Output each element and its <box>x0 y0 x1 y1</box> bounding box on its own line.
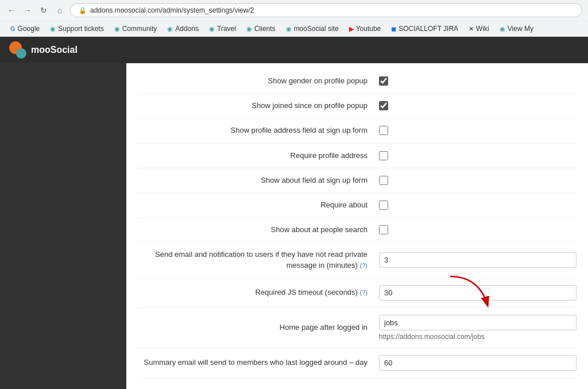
form-row-show-about-search: Show about at people search <box>138 218 577 242</box>
address-text: addons.moosocial.com/admin/system_settin… <box>90 6 254 14</box>
label-require-about: Require about <box>138 200 379 210</box>
bookmark-moosocial-site[interactable]: ◉ mooSocial site <box>281 24 343 34</box>
app-title: mooSocial <box>31 45 78 55</box>
checkbox-require-address[interactable] <box>379 151 388 160</box>
label-send-email: Send email and notification to users if … <box>138 249 379 270</box>
bookmark-label: View My <box>508 25 533 33</box>
help-link-send-email[interactable]: (?) <box>360 262 368 269</box>
help-link-js-timeout[interactable]: (?) <box>360 289 368 296</box>
control-summary-email <box>379 355 577 371</box>
control-require-address <box>379 151 577 160</box>
bookmark-clients[interactable]: ◉ Clients <box>242 24 280 34</box>
label-show-gender: Show gender on profile popup <box>138 76 379 86</box>
bookmark-label: SOCIALLOFT JIRA <box>399 25 458 33</box>
label-home-page: Home page after logged in <box>138 322 379 333</box>
bookmark-addons[interactable]: ◉ Addons <box>163 24 203 34</box>
logo-icon <box>9 41 26 59</box>
home-page-hint: https://addons.moosocial.com/jobs <box>379 333 577 341</box>
label-js-timeout: Required JS timeout (seconds) (?) <box>138 287 379 298</box>
home-button[interactable]: ⌂ <box>54 5 65 16</box>
moosocial-site-icon: ◉ <box>286 25 292 33</box>
control-home-page: https://addons.moosocial.com/jobs <box>379 315 577 341</box>
bookmark-label: Wiki <box>476 25 489 33</box>
label-show-about-signup: Show about field at sign up form <box>138 175 379 186</box>
bookmark-google[interactable]: G Google <box>6 24 44 34</box>
forward-button[interactable]: → <box>22 5 33 16</box>
app-logo: mooSocial <box>9 41 78 59</box>
control-send-email <box>379 252 577 268</box>
checkbox-show-address-signup[interactable] <box>379 126 388 135</box>
control-show-about-search <box>379 225 577 234</box>
label-show-about-search: Show about at people search <box>138 225 379 235</box>
form-row-home-page: Home page after logged in https://addons… <box>138 308 577 348</box>
checkbox-require-about[interactable] <box>379 201 388 210</box>
bookmarks-bar: G Google ◉ Support tickets ◉ Community ◉… <box>0 21 588 36</box>
bookmark-travel[interactable]: ◉ Travel <box>204 24 241 34</box>
form-row-require-address: Require profile address <box>138 144 577 168</box>
logo-circle-teal <box>16 48 26 59</box>
bookmark-viewmy[interactable]: ◉ View My <box>495 24 538 34</box>
address-bar[interactable]: 🔒 addons.moosocial.com/admin/system_sett… <box>70 3 582 17</box>
label-summary-email: Summary email will send to members who l… <box>138 357 379 368</box>
form-row-show-gender: Show gender on profile popup <box>138 69 577 94</box>
bookmark-label: mooSocial site <box>294 25 339 33</box>
bookmark-community[interactable]: ◉ Community <box>110 24 162 34</box>
form-row-send-email: Send email and notification to users if … <box>138 242 577 278</box>
community-icon: ◉ <box>114 25 120 33</box>
input-send-email[interactable] <box>379 252 577 268</box>
back-button[interactable]: ← <box>6 5 17 16</box>
input-js-timeout[interactable] <box>379 285 577 301</box>
bookmark-wiki[interactable]: ✕ Wiki <box>464 24 494 34</box>
lock-icon: 🔒 <box>79 7 87 14</box>
travel-icon: ◉ <box>209 25 215 33</box>
bookmark-label: Support tickets <box>58 25 103 33</box>
browser-chrome: ← → ↻ ⌂ 🔒 addons.moosocial.com/admin/sys… <box>0 0 588 37</box>
control-show-gender <box>379 76 577 86</box>
bookmark-label: Addons <box>175 25 199 33</box>
settings-form: Show gender on profile popup Show joined… <box>126 63 588 384</box>
support-icon: ◉ <box>50 25 56 33</box>
app-header: mooSocial <box>0 37 588 63</box>
bookmark-support[interactable]: ◉ Support tickets <box>45 24 108 34</box>
bookmark-label: Community <box>122 25 157 33</box>
google-icon: G <box>10 25 16 32</box>
checkbox-show-joined[interactable] <box>379 101 388 110</box>
checkbox-show-gender[interactable] <box>379 76 388 86</box>
form-row-js-timeout: Required JS timeout (seconds) (?) <box>138 278 577 308</box>
form-row-show-address-signup: Show profile address field at sign up fo… <box>138 118 577 143</box>
bookmark-label: Clients <box>254 25 276 33</box>
bookmark-socialloft[interactable]: ◼ SOCIALLOFT JIRA <box>386 24 463 34</box>
bookmark-youtube[interactable]: ▶ Youtube <box>345 24 386 34</box>
main-layout: Show gender on profile popup Show joined… <box>0 63 588 389</box>
addons-icon: ◉ <box>167 25 173 33</box>
bookmark-label: Travel <box>217 25 236 33</box>
label-require-address: Require profile address <box>138 151 379 161</box>
input-home-page[interactable] <box>379 315 577 330</box>
youtube-icon: ▶ <box>349 25 354 33</box>
control-show-about-signup <box>379 176 577 185</box>
control-show-joined <box>379 101 577 110</box>
reload-button[interactable]: ↻ <box>38 5 49 16</box>
bookmark-label: Google <box>18 25 40 33</box>
form-row-show-joined: Show joined since on profile popup <box>138 94 577 118</box>
control-js-timeout <box>379 285 577 301</box>
sidebar <box>0 63 126 389</box>
viewmy-icon: ◉ <box>500 25 505 33</box>
form-row-show-about-signup: Show about field at sign up form <box>138 168 577 193</box>
wiki-icon: ✕ <box>469 25 474 33</box>
socialloft-icon: ◼ <box>391 25 396 33</box>
checkbox-show-about-search[interactable] <box>379 225 388 234</box>
clients-icon: ◉ <box>246 25 252 33</box>
bookmark-label: Youtube <box>356 25 381 33</box>
browser-nav: ← → ↻ ⌂ 🔒 addons.moosocial.com/admin/sys… <box>0 0 588 21</box>
control-require-about <box>379 201 577 210</box>
form-row-summary-email: Summary email will send to members who l… <box>138 348 577 378</box>
checkbox-show-about-signup[interactable] <box>379 176 388 185</box>
input-summary-email[interactable] <box>379 355 577 371</box>
label-show-address-signup: Show profile address field at sign up fo… <box>138 125 379 136</box>
label-show-joined: Show joined since on profile popup <box>138 101 379 111</box>
control-show-address-signup <box>379 126 577 135</box>
content-area: Show gender on profile popup Show joined… <box>126 63 588 389</box>
form-row-require-about: Require about <box>138 193 577 218</box>
